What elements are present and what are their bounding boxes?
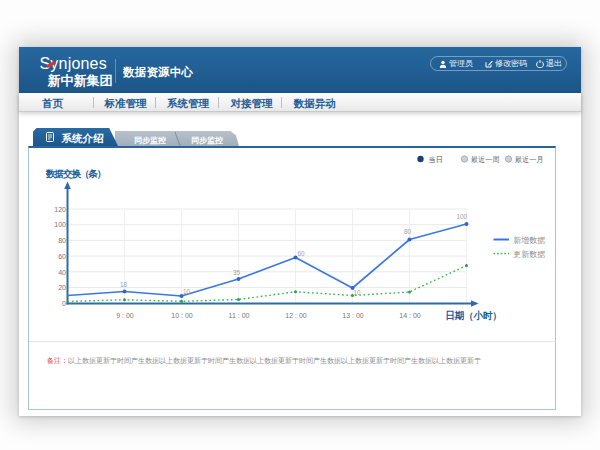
- svg-text:60: 60: [58, 253, 66, 260]
- svg-text:14 : 00: 14 : 00: [399, 312, 421, 319]
- svg-text:100: 100: [457, 213, 468, 220]
- svg-text:100: 100: [54, 221, 66, 228]
- svg-text:10 : 00: 10 : 00: [171, 312, 193, 319]
- svg-text:新增数据: 新增数据: [513, 236, 545, 245]
- svg-text:10: 10: [183, 288, 191, 295]
- svg-text:80: 80: [58, 237, 66, 244]
- svg-text:80: 80: [404, 228, 412, 235]
- svg-text:13 : 00: 13 : 00: [342, 312, 364, 319]
- svg-text:当日: 当日: [429, 155, 443, 164]
- svg-text:日期（小时）: 日期（小时）: [446, 310, 502, 322]
- svg-text:20: 20: [58, 284, 66, 291]
- svg-text:60: 60: [298, 250, 306, 257]
- svg-text:11 : 00: 11 : 00: [229, 312, 250, 319]
- svg-text:最近一月: 最近一月: [515, 155, 544, 164]
- svg-text:35: 35: [233, 269, 241, 276]
- svg-text:9 : 00: 9 : 00: [116, 312, 134, 319]
- svg-text:更新数据: 更新数据: [513, 250, 545, 259]
- svg-text:40: 40: [58, 269, 66, 276]
- svg-text:120: 120: [54, 206, 66, 213]
- svg-text:12 : 00: 12 : 00: [285, 312, 307, 319]
- svg-text:最近一周: 最近一周: [471, 155, 500, 164]
- svg-text:18: 18: [120, 281, 128, 288]
- svg-text:0: 0: [62, 300, 66, 307]
- svg-text:10: 10: [354, 289, 362, 296]
- svg-text:数据交换（条）: 数据交换（条）: [45, 168, 106, 180]
